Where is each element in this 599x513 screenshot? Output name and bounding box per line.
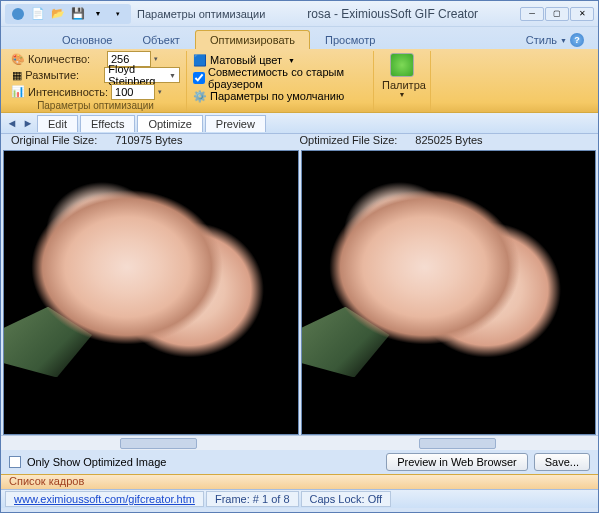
tab-optimize[interactable]: Оптимизировать [195, 30, 310, 49]
defaults-button[interactable]: Параметры по умолчанию [210, 90, 344, 102]
blur-select[interactable]: Floyd Steinberg▼ [104, 67, 180, 83]
scrollbar-horizontal[interactable] [300, 435, 599, 450]
rose-image [302, 151, 596, 434]
maximize-button[interactable]: ▢ [545, 7, 569, 21]
qat-new-icon[interactable]: 📄 [29, 5, 47, 23]
chevron-down-icon: ▼ [382, 91, 422, 98]
qat-save-icon[interactable]: 💾 [69, 5, 87, 23]
spinner-icon[interactable]: ▾ [158, 88, 162, 96]
nav-next-icon[interactable]: ► [21, 116, 35, 130]
palette-icon [390, 53, 414, 77]
ribbon-tabs: Основное Объект Оптимизировать Просмотр … [1, 27, 598, 49]
status-capslock: Caps Lock: Off [301, 491, 392, 507]
paint-icon: 🟦 [193, 53, 207, 67]
chevron-down-icon: ▼ [169, 72, 176, 79]
close-button[interactable]: ✕ [570, 7, 594, 21]
optimized-size-label: Optimized File Size: [300, 134, 398, 150]
color-wheel-icon: 🎨 [11, 52, 25, 66]
matte-color-button[interactable]: Матовый цвет [210, 54, 282, 66]
vtab-optimize[interactable]: Optimize [137, 115, 202, 132]
optimized-preview [301, 150, 597, 435]
qat-open-icon[interactable]: 📂 [49, 5, 67, 23]
preview-browser-button[interactable]: Preview in Web Browser [386, 453, 528, 471]
scrollbar-horizontal[interactable] [1, 435, 300, 450]
vtab-preview[interactable]: Preview [205, 115, 266, 132]
style-dropdown[interactable]: Стиль▼? [518, 31, 592, 49]
rose-image [4, 151, 298, 434]
ribbon-panel: 🎨Количество:▾ ▦Размытие:Floyd Steinberg▼… [1, 49, 598, 113]
qat-dropdown-icon[interactable]: ▼ [89, 5, 107, 23]
compat-checkbox[interactable] [193, 72, 205, 84]
tab-object[interactable]: Объект [127, 30, 194, 49]
original-size-value: 710975 Bytes [115, 134, 182, 150]
intensity-icon: 📊 [11, 85, 25, 99]
minimize-button[interactable]: ─ [520, 7, 544, 21]
intensity-input[interactable] [111, 84, 155, 100]
status-frame: Frame: # 1 of 8 [206, 491, 299, 507]
spinner-icon[interactable]: ▾ [154, 55, 158, 63]
blur-icon: ▦ [11, 68, 22, 82]
gear-icon: ⚙️ [193, 89, 207, 103]
vtab-effects[interactable]: Effects [80, 115, 135, 132]
vtab-edit[interactable]: Edit [37, 115, 78, 132]
only-optimized-label: Only Show Optimized Image [27, 456, 166, 468]
original-preview [3, 150, 299, 435]
nav-prev-icon[interactable]: ◄ [5, 116, 19, 130]
optimized-size-value: 825025 Bytes [415, 134, 482, 150]
original-size-label: Original File Size: [11, 134, 97, 150]
help-icon[interactable]: ? [570, 33, 584, 47]
group-title: Параметры оптимизации [11, 100, 180, 112]
palette-button[interactable]: Палитра ▼ [380, 51, 424, 100]
only-optimized-checkbox[interactable] [9, 456, 21, 468]
status-url-link[interactable]: www.eximioussoft.com/gifcreator.htm [5, 491, 204, 507]
svg-point-0 [12, 8, 24, 20]
chevron-down-icon: ▼ [560, 37, 567, 44]
window-title: rosa - EximiousSoft GIF Creator [265, 7, 520, 21]
app-menu-orb[interactable] [9, 5, 27, 23]
qat-tooltip-label: Параметры оптимизации [137, 8, 265, 20]
qat-overflow-icon[interactable]: ▾ [109, 5, 127, 23]
quantity-label: Количество: [28, 53, 104, 65]
blur-label: Размытие: [25, 69, 101, 81]
intensity-label: Интенсивность: [28, 86, 108, 98]
frames-strip-title: Список кадров [1, 474, 598, 489]
save-button[interactable]: Save... [534, 453, 590, 471]
tab-main[interactable]: Основное [47, 30, 127, 49]
tab-view[interactable]: Просмотр [310, 30, 390, 49]
chevron-down-icon: ▼ [288, 57, 295, 64]
